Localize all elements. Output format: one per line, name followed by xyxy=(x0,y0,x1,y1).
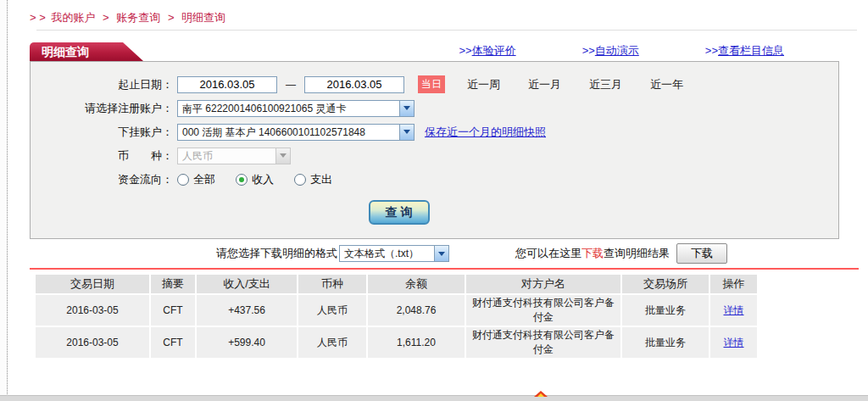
col-header-amount: 收入/支出 xyxy=(197,275,297,293)
today-button[interactable]: 当日 xyxy=(418,75,445,93)
download-row: 请您选择下载明细的格式 文本格式（.txt） 您可以在这里 下载 查询明细结果 … xyxy=(30,239,839,268)
flow-option-income-label: 收入 xyxy=(252,172,274,187)
breadcrumb-item-account-query[interactable]: 账务查询 xyxy=(116,11,160,24)
cell-date: 2016-03-05 xyxy=(36,327,149,358)
flow-option-income[interactable]: 收入 xyxy=(236,172,274,187)
cell-summary: CFT xyxy=(151,327,195,358)
breadcrumb: > > 我的账户 > 账务查询 > 明细查询 xyxy=(30,0,859,25)
register-account-row: 请选择注册账户： 南平 6222001406100921065 灵通卡 xyxy=(31,99,838,117)
breadcrumb-item-detail-query[interactable]: 明细查询 xyxy=(181,11,225,24)
col-header-summary: 摘要 xyxy=(151,275,195,293)
cell-amount: +437.56 xyxy=(197,295,297,326)
link-auto-demo[interactable]: >>自动演示 xyxy=(582,43,639,58)
quick-range-last-month[interactable]: 近一月 xyxy=(528,77,561,92)
flow-option-expense[interactable]: 支出 xyxy=(294,172,332,187)
end-date-input[interactable] xyxy=(304,76,404,93)
main-content: > > 我的账户 > 账务查询 > 明细查询 明细查询 >>体验评价 >>自动演… xyxy=(30,0,859,359)
radio-icon xyxy=(294,174,306,186)
currency-label: 币 种： xyxy=(31,148,173,164)
link-prefix: >> xyxy=(582,44,595,57)
link-view-column-info[interactable]: >>查看栏目信息 xyxy=(705,43,784,58)
register-account-label: 请选择注册账户： xyxy=(31,101,173,116)
start-date-input[interactable] xyxy=(177,76,277,93)
flow-radio-group: 全部 收入 支出 xyxy=(177,172,332,187)
link-experience-rating[interactable]: >>体验评价 xyxy=(459,43,515,58)
download-button[interactable]: 下载 xyxy=(676,243,727,264)
date-range-row: 起止日期： — 当日 近一周 近一月 近三月 近一年 xyxy=(31,75,838,93)
flow-option-all[interactable]: 全部 xyxy=(177,172,215,187)
transactions-table: 交易日期 摘要 收入/支出 币种 余额 对方户名 交易场所 操作 2016-03… xyxy=(34,273,759,359)
chevron-down-icon xyxy=(275,148,290,164)
quick-range-last-week[interactable]: 近一周 xyxy=(467,77,500,92)
chevron-down-icon xyxy=(399,101,414,116)
query-button-row: 查 询 xyxy=(31,200,838,225)
download-format-value: 文本格式（.txt） xyxy=(340,246,434,261)
date-range-label: 起止日期： xyxy=(31,77,173,92)
panel-header: 明细查询 >>体验评价 >>自动演示 >>查看栏目信息 xyxy=(30,42,859,61)
detail-link[interactable]: 详情 xyxy=(724,337,744,348)
download-format-label: 请您选择下载明细的格式 xyxy=(216,246,337,261)
cell-counterparty: 财付通支付科技有限公司客户备付金 xyxy=(466,327,620,358)
currency-value: 人民币 xyxy=(178,148,275,164)
flow-row: 资金流向： 全部 收入 支出 xyxy=(31,170,838,188)
breadcrumb-prefix: > > xyxy=(30,11,46,24)
sub-account-label: 下挂账户： xyxy=(31,125,173,140)
register-account-select[interactable]: 南平 6222001406100921065 灵通卡 xyxy=(177,100,415,117)
cell-action: 详情 xyxy=(710,327,757,358)
cell-currency: 人民币 xyxy=(298,295,366,326)
chevron-down-icon xyxy=(434,246,448,261)
link-label: 查看栏目信息 xyxy=(718,44,784,57)
cell-amount: +599.40 xyxy=(197,327,297,358)
sub-account-select[interactable]: 000 活期 基本户 1406600101102571848 xyxy=(177,124,415,141)
table-header-row: 交易日期 摘要 收入/支出 币种 余额 对方户名 交易场所 操作 xyxy=(36,275,757,293)
flow-option-all-label: 全部 xyxy=(193,172,215,187)
flame-icon-inner xyxy=(537,393,544,397)
flow-option-expense-label: 支出 xyxy=(310,172,332,187)
cell-balance: 1,611.20 xyxy=(368,327,465,358)
download-format-select[interactable]: 文本格式（.txt） xyxy=(339,245,449,262)
table-top-divider xyxy=(30,268,859,270)
cell-channel: 批量业务 xyxy=(622,327,709,358)
flow-label: 资金流向： xyxy=(31,172,173,187)
cell-channel: 批量业务 xyxy=(622,295,709,326)
breadcrumb-separator: > xyxy=(103,11,109,24)
link-label: 自动演示 xyxy=(595,44,639,57)
sub-account-row: 下挂账户： 000 活期 基本户 1406600101102571848 保存近… xyxy=(31,123,838,141)
query-form-panel: 起止日期： — 当日 近一周 近一月 近三月 近一年 请选择注册账户： xyxy=(30,61,839,239)
frame-resize-divider[interactable] xyxy=(0,0,8,401)
quick-range-last-year[interactable]: 近一年 xyxy=(650,77,683,92)
chevron-down-icon xyxy=(399,125,414,140)
radio-icon xyxy=(236,174,248,186)
sub-account-value: 000 活期 基本户 1406600101102571848 xyxy=(178,125,399,140)
breadcrumb-separator: > xyxy=(168,11,175,24)
header-links: >>体验评价 >>自动演示 >>查看栏目信息 xyxy=(459,43,784,61)
download-hint-emphasis: 下载 xyxy=(581,246,604,261)
download-hint-before: 您可以在这里 xyxy=(515,246,581,261)
save-snapshot-link[interactable]: 保存近一个月的明细快照 xyxy=(425,125,546,140)
quick-range-last-quarter[interactable]: 近三月 xyxy=(589,77,622,92)
register-account-value: 南平 6222001406100921065 灵通卡 xyxy=(178,101,399,116)
detail-link[interactable]: 详情 xyxy=(724,304,744,316)
col-header-channel: 交易场所 xyxy=(622,275,709,293)
currency-select-disabled: 人民币 xyxy=(177,148,291,164)
col-header-date: 交易日期 xyxy=(36,275,149,293)
table-row: 2016-03-05 CFT +437.56 人民币 2,048.76 财付通支… xyxy=(36,295,757,326)
page: > > 我的账户 > 账务查询 > 明细查询 明细查询 >>体验评价 >>自动演… xyxy=(0,0,868,401)
col-header-action: 操作 xyxy=(710,275,757,293)
col-header-balance: 余额 xyxy=(368,275,465,293)
col-header-currency: 币种 xyxy=(298,275,366,293)
cell-action: 详情 xyxy=(710,295,757,326)
horizontal-scrollbar[interactable] xyxy=(0,395,868,401)
breadcrumb-divider xyxy=(36,30,857,31)
link-prefix: >> xyxy=(705,44,718,57)
table-row: 2016-03-05 CFT +599.40 人民币 1,611.20 财付通支… xyxy=(36,327,757,358)
download-hint-group: 您可以在这里 下载 查询明细结果 下载 xyxy=(515,243,839,264)
currency-row: 币 种： 人民币 xyxy=(31,147,838,164)
radio-icon xyxy=(177,174,189,186)
cell-counterparty: 财付通支付科技有限公司客户备付金 xyxy=(466,295,620,326)
download-hint-after: 查询明细结果 xyxy=(604,246,670,261)
cell-summary: CFT xyxy=(151,295,195,326)
query-button[interactable]: 查 询 xyxy=(369,200,430,225)
breadcrumb-item-my-account[interactable]: 我的账户 xyxy=(51,11,95,24)
tab-detail-query[interactable]: 明细查询 xyxy=(30,42,143,61)
